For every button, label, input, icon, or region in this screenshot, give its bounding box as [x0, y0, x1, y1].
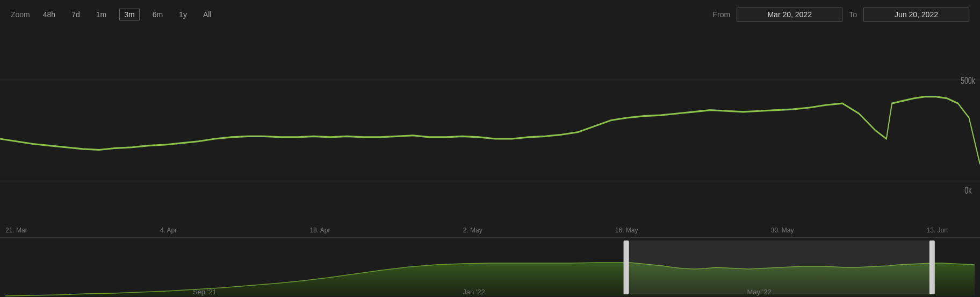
mini-chart-svg: Sep '21 Jan '22 May '22 — [5, 238, 975, 297]
x-label-1: 4. Apr — [160, 227, 177, 234]
mini-chart-area: Sep '21 Jan '22 May '22 — [0, 238, 980, 297]
toolbar: Zoom 48h 7d 1m 3m 6m 1y All From To — [0, 0, 980, 29]
x-label-4: 16. May — [615, 227, 638, 234]
x-label-2: 18. Apr — [309, 227, 330, 234]
main-chart-container: 500k 0k — [0, 29, 980, 223]
x-label-6: 13. Jun — [927, 227, 948, 234]
x-label-0: 21. Mar — [5, 227, 27, 234]
date-range: From To — [713, 8, 969, 22]
chart-wrapper: 500k 0k 21. Mar 4. Apr 18. Apr 2. May 16… — [0, 29, 980, 297]
x-label-3: 2. May — [463, 227, 482, 234]
main-chart-svg: 500k 0k — [0, 29, 980, 223]
zoom-1m[interactable]: 1m — [93, 9, 110, 20]
x-label-5: 30. May — [771, 227, 794, 234]
svg-text:500k: 500k — [961, 75, 975, 86]
svg-text:Jan '22: Jan '22 — [463, 288, 485, 296]
zoom-7d[interactable]: 7d — [68, 9, 83, 20]
from-date-input[interactable] — [737, 8, 842, 22]
zoom-48h[interactable]: 48h — [40, 9, 59, 20]
chart-container: Zoom 48h 7d 1m 3m 6m 1y All From To — [0, 0, 980, 297]
zoom-1y[interactable]: 1y — [176, 9, 190, 20]
zoom-label: Zoom — [11, 10, 30, 19]
svg-text:Sep '21: Sep '21 — [193, 288, 217, 296]
zoom-3m[interactable]: 3m — [119, 9, 139, 20]
x-axis-main: 21. Mar 4. Apr 18. Apr 2. May 16. May 30… — [0, 223, 980, 237]
svg-text:May '22: May '22 — [747, 288, 772, 296]
to-date-input[interactable] — [863, 8, 969, 22]
svg-rect-7 — [626, 241, 932, 294]
svg-text:0k: 0k — [964, 185, 971, 195]
to-label: To — [849, 10, 857, 19]
zoom-all[interactable]: All — [200, 9, 215, 20]
zoom-6m[interactable]: 6m — [149, 9, 166, 20]
from-label: From — [713, 10, 731, 19]
